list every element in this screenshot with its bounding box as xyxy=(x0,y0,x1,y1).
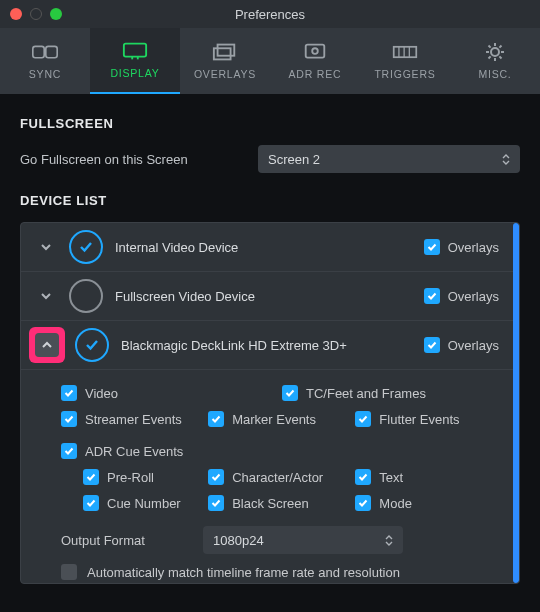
svg-line-19 xyxy=(499,56,501,58)
option-label: Pre-Roll xyxy=(107,470,154,485)
svg-line-20 xyxy=(499,46,501,48)
svg-point-8 xyxy=(312,48,318,54)
device-row: Fullscreen Video Device Overlays xyxy=(21,272,519,321)
overlays-label: Overlays xyxy=(448,240,499,255)
option-label: Black Screen xyxy=(232,496,309,511)
auto-match-checkbox[interactable] xyxy=(61,564,77,580)
select-value: Screen 2 xyxy=(268,152,320,167)
device-name: Blackmagic DeckLink HD Extreme 3D+ xyxy=(121,338,412,353)
gear-icon xyxy=(482,42,508,62)
option-label: Cue Number xyxy=(107,496,181,511)
overlays-icon xyxy=(212,42,238,62)
chevron-down-icon[interactable] xyxy=(35,285,57,307)
option-label: Mode xyxy=(379,496,412,511)
svg-rect-5 xyxy=(214,48,231,59)
scrollbar[interactable] xyxy=(513,223,519,583)
option-label: Flutter Events xyxy=(379,412,459,427)
titlebar: Preferences xyxy=(0,0,540,28)
overlays-checkbox[interactable] xyxy=(424,288,440,304)
updown-icon xyxy=(385,535,393,546)
svg-rect-1 xyxy=(46,46,57,57)
option-label: Text xyxy=(379,470,403,485)
tab-label: SYNC xyxy=(29,68,61,80)
fullscreen-heading: FULLSCREEN xyxy=(20,116,520,131)
device-row: Internal Video Device Overlays xyxy=(21,223,519,272)
tab-label: ADR REC xyxy=(289,68,342,80)
svg-line-21 xyxy=(489,56,491,58)
device-name: Fullscreen Video Device xyxy=(115,289,412,304)
display-icon xyxy=(122,41,148,61)
fullscreen-label: Go Fullscreen on this Screen xyxy=(20,152,258,167)
overlays-label: Overlays xyxy=(448,338,499,353)
device-options-panel: Video TC/Feet and Frames Streamer Events… xyxy=(21,370,519,584)
option-adrcue-checkbox[interactable] xyxy=(61,443,77,459)
chevron-up-icon[interactable] xyxy=(29,327,65,363)
tab-display[interactable]: DISPLAY xyxy=(90,28,180,94)
svg-rect-0 xyxy=(33,46,44,57)
chevron-down-icon[interactable] xyxy=(35,236,57,258)
option-cuenumber-checkbox[interactable] xyxy=(83,495,99,511)
device-enable-toggle[interactable] xyxy=(75,328,109,362)
overlays-checkbox[interactable] xyxy=(424,337,440,353)
preference-tabs: SYNC DISPLAY OVERLAYS ADR REC TRIGGERS M… xyxy=(0,28,540,94)
option-label: Character/Actor xyxy=(232,470,323,485)
output-format-select[interactable]: 1080p24 xyxy=(203,526,403,554)
tab-label: TRIGGERS xyxy=(374,68,435,80)
svg-line-18 xyxy=(489,46,491,48)
option-tcfeet-checkbox[interactable] xyxy=(282,385,298,401)
option-text-checkbox[interactable] xyxy=(355,469,371,485)
option-preroll-checkbox[interactable] xyxy=(83,469,99,485)
svg-rect-9 xyxy=(394,47,417,57)
device-enable-toggle[interactable] xyxy=(69,230,103,264)
svg-point-13 xyxy=(491,48,499,56)
option-character-checkbox[interactable] xyxy=(208,469,224,485)
device-list: Internal Video Device Overlays Fullscree… xyxy=(20,222,520,584)
tab-label: DISPLAY xyxy=(110,67,159,79)
tab-sync[interactable]: SYNC xyxy=(0,28,90,94)
tab-misc[interactable]: MISC. xyxy=(450,28,540,94)
svg-rect-2 xyxy=(124,44,146,57)
option-label: ADR Cue Events xyxy=(85,444,183,459)
select-value: 1080p24 xyxy=(213,533,264,548)
option-label: TC/Feet and Frames xyxy=(306,386,426,401)
tab-label: OVERLAYS xyxy=(194,68,256,80)
option-video-checkbox[interactable] xyxy=(61,385,77,401)
option-blackscreen-checkbox[interactable] xyxy=(208,495,224,511)
tab-label: MISC. xyxy=(478,68,511,80)
option-streamer-checkbox[interactable] xyxy=(61,411,77,427)
overlays-label: Overlays xyxy=(448,289,499,304)
device-enable-toggle[interactable] xyxy=(69,279,103,313)
sync-icon xyxy=(32,42,58,62)
device-list-heading: DEVICE LIST xyxy=(20,193,520,208)
fullscreen-screen-select[interactable]: Screen 2 xyxy=(258,145,520,173)
option-label: Marker Events xyxy=(232,412,316,427)
tab-overlays[interactable]: OVERLAYS xyxy=(180,28,270,94)
updown-icon xyxy=(502,154,510,165)
svg-rect-7 xyxy=(306,45,325,58)
svg-rect-6 xyxy=(218,45,235,56)
adr-rec-icon xyxy=(302,42,328,62)
tab-triggers[interactable]: TRIGGERS xyxy=(360,28,450,94)
option-label: Streamer Events xyxy=(85,412,182,427)
tab-adr-rec[interactable]: ADR REC xyxy=(270,28,360,94)
auto-match-label: Automatically match timeline frame rate … xyxy=(87,565,400,580)
window-title: Preferences xyxy=(0,7,540,22)
triggers-icon xyxy=(392,42,418,62)
option-marker-checkbox[interactable] xyxy=(208,411,224,427)
device-row: Blackmagic DeckLink HD Extreme 3D+ Overl… xyxy=(21,321,519,370)
output-format-label: Output Format xyxy=(61,533,189,548)
option-label: Video xyxy=(85,386,118,401)
option-flutter-checkbox[interactable] xyxy=(355,411,371,427)
overlays-checkbox[interactable] xyxy=(424,239,440,255)
device-name: Internal Video Device xyxy=(115,240,412,255)
option-mode-checkbox[interactable] xyxy=(355,495,371,511)
